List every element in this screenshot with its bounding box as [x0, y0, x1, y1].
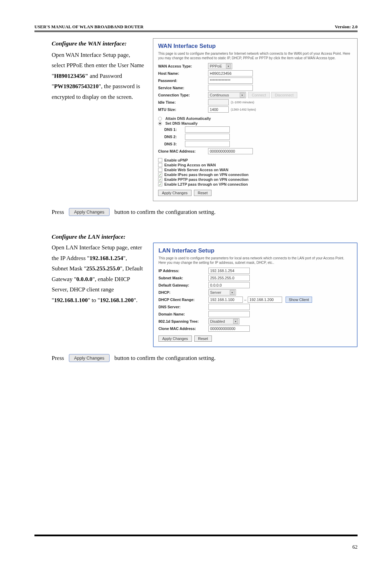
range-dash: –	[244, 298, 246, 302]
radio-attain-dns[interactable]	[158, 117, 162, 121]
service-name-input[interactable]	[208, 85, 253, 91]
chk-l2tp[interactable]: ✓	[158, 182, 162, 186]
domain-name-input[interactable]	[208, 311, 250, 317]
press-after-2: button to confirm the configuration sett…	[114, 355, 216, 362]
clone-mac-input[interactable]	[208, 148, 253, 154]
chk-upnp[interactable]	[158, 158, 162, 162]
dns3-input[interactable]	[185, 141, 230, 147]
header-left: USER'S MANUAL OF WLAN BROADBAND ROUTER	[34, 24, 144, 30]
dns1-input[interactable]	[185, 126, 230, 133]
stp-select[interactable]: Disabled ▾	[208, 318, 239, 324]
lan-panel-title: LAN Interface Setup	[158, 247, 352, 254]
lan-f: ".	[134, 297, 137, 303]
wan-heading: Configure the WAN interface:	[52, 38, 145, 49]
show-client-button[interactable]: Show Client	[286, 297, 312, 303]
mtu-input[interactable]	[208, 106, 229, 113]
label-dns2: DNS 2:	[164, 135, 185, 139]
label-mtu: MTU Size:	[158, 107, 208, 112]
access-type-select[interactable]: PPPoE ▾	[208, 63, 232, 69]
apply-changes-button-1[interactable]: Apply Changes	[69, 208, 110, 216]
label-dns-server: DNS Server:	[158, 305, 208, 309]
label-ipsec: Enable IPsec pass through on VPN connect…	[164, 173, 249, 177]
label-lan-ip: IP Address:	[158, 269, 208, 273]
label-lan-clone: Clone MAC Address:	[158, 327, 208, 331]
header-right: Version: 2.0	[335, 24, 358, 30]
chk-ipsec[interactable]: ✓	[158, 173, 162, 177]
chevron-down-icon: ▾	[233, 319, 238, 324]
radio-set-dns[interactable]	[158, 122, 162, 125]
lan-ip-input[interactable]	[208, 268, 250, 274]
page-number: 62	[352, 544, 358, 550]
chevron-down-icon: ▾	[226, 64, 231, 69]
access-type-value: PPPoE	[210, 64, 222, 68]
connect-button[interactable]: Connect	[248, 92, 270, 98]
lan-mask: 255.255.255.0	[86, 265, 120, 272]
chk-web[interactable]	[158, 168, 162, 172]
label-stp: 802.1d Spanning Tree:	[158, 319, 208, 323]
host-name-input[interactable]	[208, 70, 253, 76]
label-lan-mask: Subnet Mask:	[158, 276, 208, 280]
label-attain-dns: Attain DNS Automatically	[165, 116, 211, 121]
label-password: Password:	[158, 79, 208, 83]
wan-user: H890123456"	[54, 73, 88, 79]
press-text-2: Press	[52, 355, 64, 362]
chevron-down-icon: ▾	[240, 93, 245, 97]
label-lan-gw: Default Gateway:	[158, 283, 208, 287]
lan-e: " to "	[88, 297, 100, 303]
label-access-type: WAN Access Type:	[158, 64, 208, 68]
conn-type-value: Continuous	[210, 93, 229, 97]
lan-clone-input[interactable]	[208, 325, 250, 332]
conn-type-select[interactable]: Continuous ▾	[208, 92, 246, 98]
label-ping: Enable Ping Access on WAN	[164, 163, 216, 167]
lan-apply-button[interactable]: Apply Changes	[158, 335, 192, 342]
lan-gw: 0.0.0.0	[76, 276, 93, 282]
lan-gw-input[interactable]	[208, 282, 250, 288]
label-range: DHCP Client Range:	[158, 298, 208, 302]
lan-mask-input[interactable]	[208, 275, 250, 281]
idle-time-input[interactable]	[208, 99, 229, 105]
label-service-name: Service Name:	[158, 86, 208, 90]
label-conn-type: Connection Type:	[158, 93, 208, 97]
press-text-1: Press	[52, 209, 64, 216]
lan-body: Open LAN Interface Setup page, enter the…	[52, 242, 145, 306]
dhcp-select[interactable]: Server ▾	[208, 289, 236, 296]
label-upnp: Enable uPNP	[164, 158, 188, 162]
chk-ping[interactable]	[158, 163, 162, 167]
label-dns3: DNS 3:	[164, 142, 185, 146]
dns2-input[interactable]	[185, 134, 230, 140]
label-l2tp: Enable L2TP pass through on VPN connecti…	[164, 182, 248, 186]
label-dns1: DNS 1:	[164, 127, 185, 132]
wan-panel: WAN Interface Setup This page is used to…	[153, 38, 358, 201]
header-rule	[34, 30, 358, 32]
range-to-input[interactable]	[248, 297, 282, 303]
dns-server-input[interactable]	[208, 304, 250, 310]
password-input[interactable]	[208, 77, 253, 84]
label-domain: Domain Name:	[158, 312, 208, 316]
wan-panel-desc: This page is used to configure the param…	[158, 52, 352, 60]
label-idle-time: Idle Time:	[158, 100, 208, 104]
mtu-hint: (1360-1492 bytes)	[231, 108, 256, 111]
lan-heading: Configure the LAN interface:	[52, 233, 358, 240]
apply-changes-button-2[interactable]: Apply Changes	[69, 354, 110, 362]
stp-value: Disabled	[210, 319, 225, 323]
disconnect-button[interactable]: Disconnect	[271, 92, 297, 98]
wan-apply-button[interactable]: Apply Changes	[158, 190, 192, 196]
lan-reset-button[interactable]: Reset	[194, 335, 212, 342]
lan-r2: 192.168.1.200	[100, 297, 134, 303]
label-host-name: Host Name:	[158, 71, 208, 75]
lan-panel-desc: This page is used to configure the param…	[158, 256, 352, 265]
wan-panel-title: WAN Interface Setup	[158, 43, 352, 50]
lan-ip: 192.168.1.254	[90, 255, 123, 261]
idle-hint: (1-1000 minutes)	[231, 101, 254, 104]
chk-pptp[interactable]: ✓	[158, 177, 162, 182]
press-after-1: button to confirm the configuration sett…	[114, 209, 216, 216]
label-set-dns: Set DNS Manually	[165, 121, 198, 125]
dhcp-value: Server	[210, 290, 221, 294]
range-from-input[interactable]	[208, 297, 243, 303]
label-web: Enable Web Server Access on WAN	[164, 168, 228, 172]
label-pptp: Enable PPTP pass through on VPN connecti…	[164, 177, 248, 182]
wan-reset-button[interactable]: Reset	[194, 190, 212, 196]
wan-body: Open WAN Interface Setup page, select PP…	[52, 50, 145, 103]
lan-panel: LAN Interface Setup This page is used to…	[153, 242, 358, 347]
label-clone-mac: Clone MAC Address:	[158, 149, 208, 153]
